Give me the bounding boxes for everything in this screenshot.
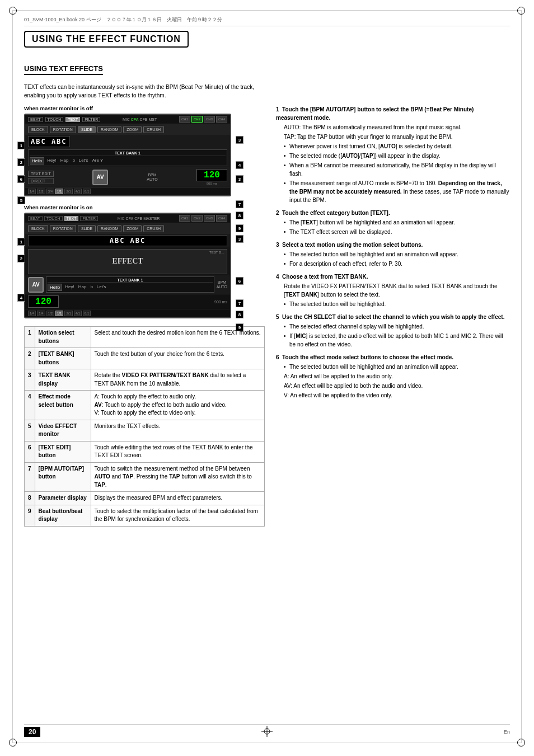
language-label: En xyxy=(504,729,510,735)
corner-mark-br xyxy=(517,739,525,746)
motion2-crush[interactable]: CRUSH xyxy=(143,225,164,232)
desc-row-3: 3TEXT BANK displayRotate the VIDEO FX PA… xyxy=(25,369,265,391)
step-5: 5 Use the CH SELECT dial to select the c… xyxy=(276,313,510,349)
callout-4a: 4 xyxy=(236,161,243,169)
motion2-random[interactable]: RANDOM xyxy=(97,225,121,232)
desc-title-4: Effect mode select button xyxy=(35,391,91,420)
ch1-box2: CH1 xyxy=(179,215,190,222)
step-6-text: A: An effect will be applied to the audi… xyxy=(284,372,510,381)
step-6: 6 Touch the effect mode select buttons t… xyxy=(276,353,510,400)
step-4: 4 Choose a text from TEXT BANK.Rotate th… xyxy=(276,273,510,308)
motion-crush[interactable]: CRUSH xyxy=(143,126,164,133)
callout-7: 7 xyxy=(236,200,243,208)
desc-body-8: Displays the measured BPM and effect par… xyxy=(91,492,264,505)
page-footer: 20 En xyxy=(24,724,510,737)
step-1-bullet: Whenever power is first turned ON, [AUTO… xyxy=(284,142,510,151)
step-2-bullet: The [TEXT] button will be highlighted an… xyxy=(284,218,510,227)
monitor-on-label: When master monitor is on xyxy=(24,204,265,210)
callout2-9: 9 xyxy=(236,323,243,331)
ch3-box2: CH3 xyxy=(204,215,215,222)
step-4-bullet: The selected button will be highlighted. xyxy=(284,300,510,308)
step-5-bullet: The selected effect channel display will… xyxy=(284,322,510,331)
page-number: 20 xyxy=(24,727,40,737)
desc-num-6: 6 xyxy=(25,441,35,462)
desc-title-9: Beat button/beat display xyxy=(35,505,91,526)
desc-num-8: 8 xyxy=(25,492,35,505)
device-screen-on: BEAT TOUCH TEXT FILTER MIC CFA CFB MASTE… xyxy=(24,213,231,318)
step-2: 2 Touch the effect category button [TEXT… xyxy=(276,209,510,236)
corner-mark-bl xyxy=(9,739,17,746)
step-3-bullet: The selected button will be highlighted … xyxy=(284,250,510,259)
bottom-reg-mark xyxy=(261,726,273,737)
step-1-bullet: When a BPM cannot be measured automatica… xyxy=(284,161,510,178)
bpm-display-2: 120 xyxy=(28,295,59,308)
desc-num-5: 5 xyxy=(25,420,35,441)
desc-body-7: Touch to switch the measurement method o… xyxy=(91,462,264,492)
page-header: 01_SVM-1000_En.book 20 ページ ２００７年１０月１６日 火… xyxy=(24,16,510,26)
step-heading-2: 2 Touch the effect category button [TEXT… xyxy=(276,209,510,217)
step-body-6: The selected button will be highlighted … xyxy=(284,363,510,400)
desc-title-3: TEXT BANK display xyxy=(35,369,91,391)
right-column: 1 Touch the [BPM AUTO/TAP] button to sel… xyxy=(276,105,510,527)
step-3: 3 Select a text motion using the motion … xyxy=(276,241,510,268)
desc-row-9: 9Beat button/beat displayTouch to select… xyxy=(25,505,265,526)
desc-body-3: Rotate the VIDEO FX PATTERN/TEXT BANK di… xyxy=(91,369,264,391)
desc-num-1: 1 xyxy=(25,327,35,348)
step-6-text: AV: An effect will be applied to both th… xyxy=(284,382,510,390)
step-1-text: AUTO: The BPM is automatically measured … xyxy=(284,123,510,132)
device-screen-off: BEAT TOUCH TEXT FILTER MIC CFA CFB MST xyxy=(24,114,231,196)
desc-row-2: 2[TEXT BANK] buttonsTouch the text butto… xyxy=(25,348,265,369)
main-layout: When master monitor is off 1 2 6 5 3 4 3… xyxy=(24,105,510,527)
callout-1: 1 xyxy=(17,142,25,149)
motion-block[interactable]: BLOCK xyxy=(28,126,48,133)
desc-row-6: 6[TEXT EDIT] buttonTouch while editing t… xyxy=(25,441,265,462)
motion2-rotation[interactable]: ROTATION xyxy=(50,225,76,232)
motion2-slide[interactable]: SLIDE xyxy=(78,225,96,232)
desc-title-6: [TEXT EDIT] button xyxy=(35,441,91,462)
page-container: 01_SVM-1000_En.book 20 ページ ２００７年１０月１６日 火… xyxy=(12,10,522,743)
desc-body-5: Monitors the TEXT effects. xyxy=(91,420,264,441)
desc-title-5: Video EFFECT monitor xyxy=(35,420,91,441)
motion2-block[interactable]: BLOCK xyxy=(28,225,48,232)
desc-row-7: 7[BPM AUTO/TAP] buttonTouch to switch th… xyxy=(25,462,265,492)
motion-slide[interactable]: SLIDE xyxy=(78,126,96,133)
callout-9: 9 xyxy=(236,224,243,232)
step-body-2: The [TEXT] button will be highlighted an… xyxy=(284,218,510,236)
motion2-zoom[interactable]: ZOOM xyxy=(123,225,142,232)
step-body-4: Rotate the VIDEO FX PATTERN/TEXT BANK di… xyxy=(284,282,510,308)
desc-num-9: 9 xyxy=(25,505,35,526)
motion-rotation[interactable]: ROTATION xyxy=(50,126,76,133)
desc-row-1: 1Motion select buttonsSelect and touch t… xyxy=(25,327,265,348)
desc-num-3: 3 xyxy=(25,369,35,391)
steps-section: 1 Touch the [BPM AUTO/TAP] button to sel… xyxy=(276,105,510,400)
ch1-box: CH1 xyxy=(179,116,190,123)
step-1: 1 Touch the [BPM AUTO/TAP] button to sel… xyxy=(276,105,510,204)
callout-2: 2 xyxy=(17,158,25,166)
panel-monitor-off: 1 2 6 5 3 4 3 7 8 9 BEAT TOUCH TEXT xyxy=(24,114,242,196)
callout-3a: 3 xyxy=(236,136,243,144)
motion-zoom[interactable]: ZOOM xyxy=(123,126,142,133)
step-6-text: V: An effect will be applied to the vide… xyxy=(284,391,510,400)
av-button-2[interactable]: AV xyxy=(28,277,44,293)
motion-random[interactable]: RANDOM xyxy=(97,126,121,133)
callout2-3: 3 xyxy=(236,235,243,243)
callout-3b: 3 xyxy=(236,175,243,183)
corner-mark-tr xyxy=(517,7,525,15)
header-text: 01_SVM-1000_En.book 20 ページ ２００７年１０月１６日 火… xyxy=(24,16,222,24)
step-heading-5: 5 Use the CH SELECT dial to select the c… xyxy=(276,313,510,321)
step-1-bullet: The measurement range of AUTO mode is BP… xyxy=(284,179,510,204)
bpm-display-1: 120 xyxy=(196,169,227,181)
desc-title-8: Parameter display xyxy=(35,492,91,505)
callout2-6: 6 xyxy=(236,277,243,285)
step-heading-1: 1 Touch the [BPM AUTO/TAP] button to sel… xyxy=(276,105,510,122)
step-heading-4: 4 Choose a text from TEXT BANK. xyxy=(276,273,510,281)
step-body-1: AUTO: The BPM is automatically measured … xyxy=(284,123,510,204)
desc-body-2: Touch the text button of your choice fro… xyxy=(91,348,264,369)
callout-6: 6 xyxy=(17,175,25,183)
step-3-bullet: For a description of each effect, refer … xyxy=(284,260,510,268)
step-6-bullet: The selected button will be highlighted … xyxy=(284,363,510,371)
description-table: 1Motion select buttonsSelect and touch t… xyxy=(24,326,265,527)
desc-title-1: Motion select buttons xyxy=(35,327,91,348)
subsection-title: USING TEXT EFFECTS xyxy=(24,64,103,75)
av-button-1[interactable]: AV xyxy=(92,170,108,185)
